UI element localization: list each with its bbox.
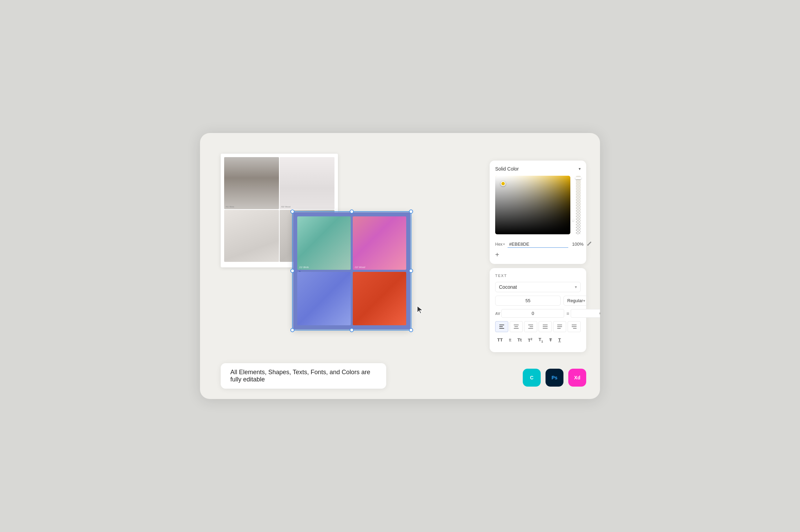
hex-row: Hex ▾ 100% [495, 241, 581, 248]
text-panel-section-label: TEXT [495, 274, 581, 278]
font-size-weight-row: Regular ▾ [495, 296, 581, 306]
strikethrough-button[interactable]: T [547, 336, 554, 344]
opacity-value: 100% [571, 242, 583, 247]
handle-bot-left[interactable] [290, 328, 294, 332]
svg-rect-14 [557, 326, 562, 327]
color-photo-4 [353, 272, 406, 325]
tooltip-text: All Elements, Shapes, Texts, Fonts, and … [230, 369, 370, 383]
handle-mid-right[interactable] [409, 269, 413, 273]
alpha-thumb[interactable] [575, 177, 581, 179]
app-icons-row: C Ps Xd [523, 369, 586, 387]
color-picker-card: Solid Color ▾ [490, 161, 586, 264]
line-height-input[interactable] [571, 309, 600, 318]
gradient-thumb[interactable] [501, 181, 506, 186]
all-caps-button[interactable]: TT [495, 336, 505, 344]
color-photo-2-label: 02/ Wood [355, 266, 365, 268]
tooltip-bar: All Elements, Shapes, Texts, Fonts, and … [221, 363, 386, 389]
line-height-icon: ≡ [566, 311, 569, 316]
font-weight-selector[interactable]: Regular ▾ [563, 296, 589, 306]
handle-top-center[interactable] [350, 209, 354, 214]
alpha-slider[interactable] [576, 176, 581, 234]
front-collage[interactable]: Inspiration 01/ Birds 02/ Wood [293, 212, 410, 329]
handle-bot-center[interactable] [350, 328, 354, 332]
svg-rect-13 [557, 325, 562, 325]
xd-icon[interactable]: Xd [568, 369, 586, 387]
hex-label: Hex ▾ [495, 242, 505, 247]
alpha-overlay [576, 176, 581, 234]
handle-top-left[interactable] [290, 209, 294, 214]
svg-rect-15 [557, 328, 561, 329]
svg-rect-9 [528, 328, 533, 329]
gray-photo-1-label: /01/ Birds [226, 206, 234, 208]
color-gradient-picker[interactable] [495, 176, 570, 234]
letter-spacing-icon: AV [495, 311, 500, 316]
canvas-area: Inspiration /01/ Birds /02/ Wood [221, 154, 483, 367]
align-justify-button[interactable] [539, 321, 552, 332]
lowercase-button[interactable]: tt [507, 336, 513, 344]
svg-rect-16 [572, 325, 577, 325]
color-photo-1-label: 01/ Birds [299, 266, 309, 268]
handle-mid-left[interactable] [290, 269, 294, 273]
svg-rect-10 [543, 325, 548, 325]
canva-icon[interactable]: C [523, 369, 541, 387]
handle-bot-right[interactable] [409, 328, 413, 332]
font-size-input[interactable] [495, 296, 561, 306]
handle-top-right[interactable] [409, 209, 413, 214]
letter-spacing-input[interactable] [501, 309, 564, 318]
spacing-row: AV ≡ ,≡ [495, 309, 581, 318]
align-right-button[interactable] [524, 321, 537, 332]
hex-chevron-icon[interactable]: ▾ [503, 242, 505, 246]
transform-row: TT tt Tt T2 T1 T T [495, 336, 581, 345]
svg-rect-12 [543, 328, 548, 329]
text-panel-card: TEXT Coconat ▾ Regular ▾ AV [490, 268, 586, 352]
main-card: Inspiration /01/ Birds /02/ Wood [200, 133, 600, 399]
color-mode-label: Solid Color [495, 166, 577, 172]
cursor-icon [416, 305, 424, 316]
svg-rect-2 [499, 326, 503, 327]
font-family-selector[interactable]: Coconat ▾ [495, 282, 581, 292]
font-weight-value: Regular [567, 298, 583, 303]
align-left-button[interactable] [495, 321, 508, 332]
gray-photo-2-label: /02/ Wood [281, 206, 290, 208]
svg-rect-1 [499, 325, 504, 325]
font-weight-chevron-icon: ▾ [583, 298, 585, 303]
subscript-button[interactable]: T1 [537, 336, 545, 345]
picker-header: Solid Color ▾ [495, 166, 581, 172]
svg-rect-17 [572, 326, 577, 327]
svg-rect-11 [543, 326, 548, 327]
svg-rect-7 [528, 325, 533, 325]
alignment-row [495, 321, 581, 332]
svg-rect-6 [514, 328, 519, 329]
svg-rect-3 [499, 328, 504, 329]
underline-button[interactable]: T [556, 336, 563, 344]
hue-thumb[interactable] [572, 219, 574, 221]
eyedropper-button[interactable] [586, 241, 592, 248]
align-center-button[interactable] [510, 321, 523, 332]
right-panel: Solid Color ▾ [490, 161, 586, 352]
gray-photo-1: /01/ Birds [224, 157, 279, 209]
font-family-name: Coconat [499, 284, 517, 290]
svg-rect-5 [514, 326, 518, 327]
color-photo-2: 02/ Wood [353, 216, 406, 270]
photoshop-icon[interactable]: Ps [546, 369, 563, 387]
color-photo-3 [297, 272, 351, 325]
hex-input[interactable] [508, 241, 568, 248]
svg-rect-8 [530, 326, 533, 327]
gray-photo-2: /02/ Wood [280, 157, 334, 209]
svg-text:C: C [530, 375, 533, 380]
color-mode-chevron-icon[interactable]: ▾ [579, 166, 581, 171]
ps-label: Ps [551, 375, 557, 380]
xd-label: Xd [574, 375, 580, 380]
letter-spacing-item: AV [495, 309, 564, 318]
svg-rect-18 [573, 328, 577, 329]
align-justify-right-button[interactable] [568, 321, 581, 332]
svg-point-0 [587, 244, 589, 246]
color-photo-1: 01/ Birds [297, 216, 351, 270]
add-swatch-button[interactable]: + [495, 251, 499, 258]
svg-rect-4 [514, 325, 519, 325]
superscript-button[interactable]: T2 [526, 336, 534, 344]
titlecase-button[interactable]: Tt [516, 336, 524, 344]
gray-photo-3 [224, 210, 279, 262]
align-justify-left-button[interactable] [553, 321, 566, 332]
line-height-item: ≡ [566, 309, 600, 318]
